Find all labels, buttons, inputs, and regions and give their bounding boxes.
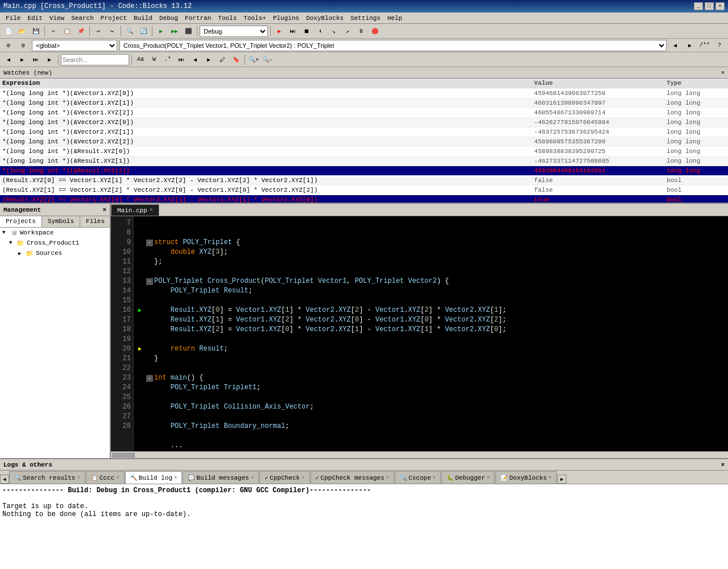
- run-button[interactable]: ▶▶: [168, 25, 181, 38]
- cut-button[interactable]: ✂: [47, 25, 60, 38]
- tab-files[interactable]: Files: [80, 216, 111, 227]
- log-tab-close-button[interactable]: ×: [548, 475, 551, 481]
- build-button[interactable]: ▶: [155, 25, 167, 38]
- maximize-button[interactable]: □: [705, 2, 714, 10]
- project-icon: 📁: [16, 239, 25, 247]
- build-target-select[interactable]: Debug Release: [200, 26, 268, 37]
- menu-item-debug[interactable]: Debug: [156, 14, 181, 22]
- nav-highlight[interactable]: 🖊: [216, 53, 229, 66]
- minimize-button[interactable]: _: [694, 2, 703, 10]
- logs-next-button[interactable]: ▶: [557, 475, 566, 484]
- log-tab-debugger[interactable]: 🐛Debugger×: [441, 471, 495, 484]
- logs-close-button[interactable]: ×: [721, 461, 725, 468]
- log-tab-close-button[interactable]: ×: [386, 475, 389, 481]
- menu-item-fortran[interactable]: Fortran: [181, 14, 214, 22]
- tree-item-project[interactable]: ▼ 📁 Cross_Product1: [0, 238, 110, 248]
- nav-prev-result[interactable]: ◀: [189, 53, 201, 66]
- find-button[interactable]: 🔍: [123, 25, 136, 38]
- editor-tab-main-cpp[interactable]: Main.cpp ×: [111, 204, 159, 216]
- log-tab-close-button[interactable]: ×: [251, 475, 254, 481]
- close-button[interactable]: ×: [715, 2, 725, 10]
- scope-select[interactable]: <global>: [32, 40, 117, 51]
- nav-regex[interactable]: .*: [162, 53, 174, 66]
- debug-step-over-button[interactable]: ⬇: [314, 25, 326, 38]
- nav-match-case[interactable]: Aa: [134, 53, 147, 66]
- nav-next-result[interactable]: ▶: [202, 53, 215, 66]
- tree-item-workspace[interactable]: ▼ 🖥 Workspace: [0, 228, 110, 238]
- menu-item-search[interactable]: Search: [68, 14, 97, 22]
- debug-stop-button[interactable]: ⏹: [300, 25, 313, 38]
- log-tab-close-button[interactable]: ×: [487, 475, 490, 481]
- debug-step-out-button[interactable]: ↗: [341, 25, 354, 38]
- log-tab-cccc[interactable]: 📋Cccc×: [86, 471, 125, 484]
- open-button[interactable]: 📂: [16, 25, 28, 38]
- debug-continue-button[interactable]: ⏭: [287, 25, 299, 38]
- nav-zoom-out[interactable]: 🔍-: [261, 53, 274, 66]
- log-tab-build-messages[interactable]: 💬Build messages×: [183, 471, 259, 484]
- menu-item-tools[interactable]: Tools: [214, 14, 240, 22]
- menu-item-file[interactable]: File: [2, 14, 24, 22]
- editor-tab-close[interactable]: ×: [150, 207, 153, 213]
- sidebar-close-button[interactable]: ×: [102, 207, 106, 213]
- code-editor[interactable]: 7891011121314151617181920212223242526272…: [111, 216, 728, 451]
- nav-search-input[interactable]: [61, 54, 129, 65]
- log-tab-build-log[interactable]: 🔨Build log×: [125, 471, 183, 484]
- function-select[interactable]: Cross_Product(POLY_Triplet Vector1, POLY…: [119, 40, 667, 51]
- log-tab-close-button[interactable]: ×: [77, 475, 80, 481]
- nav-jump-button[interactable]: ⏭: [30, 53, 42, 66]
- titlebar-controls[interactable]: _ □ ×: [694, 2, 725, 10]
- new-button[interactable]: 📄: [2, 25, 15, 38]
- replace-button[interactable]: 🔄: [137, 25, 150, 38]
- nav-run-button[interactable]: ▶: [43, 53, 56, 66]
- log-tab-search-results[interactable]: 🔍Search results×: [9, 471, 85, 484]
- code-lines[interactable]: −struct POLY_Triplet { double XYZ[3];}; …: [134, 216, 728, 451]
- nav-next-button[interactable]: ▶: [684, 39, 696, 52]
- menu-item-plugins[interactable]: Plugins: [270, 14, 303, 22]
- nav-forward-button[interactable]: ▶: [16, 53, 28, 66]
- menu-item-edit[interactable]: Edit: [24, 14, 46, 22]
- log-tab-cppcheck[interactable]: ✓CppCheck×: [259, 471, 309, 484]
- menu-item-project[interactable]: Project: [97, 14, 130, 22]
- nav-zoom-in[interactable]: 🔍+: [247, 53, 260, 66]
- nav-whole-word[interactable]: W: [148, 53, 160, 66]
- menu-item-doxyblocks[interactable]: DoxyBlocks: [303, 14, 347, 22]
- redo-button[interactable]: ↪: [106, 25, 118, 38]
- save-button[interactable]: 💾: [30, 25, 42, 38]
- menu-item-tools+[interactable]: Tools+: [240, 14, 270, 22]
- tree-item-sources[interactable]: ▶ 📁 Sources: [0, 248, 110, 258]
- log-tab-close-button[interactable]: ×: [116, 475, 119, 481]
- debug-pause-button[interactable]: ⏸: [355, 25, 367, 38]
- menu-item-view[interactable]: View: [46, 14, 68, 22]
- undo-button[interactable]: ↩: [92, 25, 105, 38]
- tab-symbols[interactable]: Symbols: [42, 216, 80, 227]
- comment-button[interactable]: /**: [698, 39, 711, 52]
- log-tab-cscope[interactable]: 🔍Cscope×: [395, 471, 441, 484]
- log-tab-close-button[interactable]: ×: [433, 475, 436, 481]
- debug-step-in-button[interactable]: ↘: [328, 25, 340, 38]
- stop-button[interactable]: ⬛: [182, 25, 195, 38]
- log-tab-cppcheck-messages[interactable]: ✓CppCheck messages×: [311, 471, 395, 484]
- watches-close-button[interactable]: ×: [721, 69, 725, 76]
- logs-prev-button[interactable]: ◀: [0, 475, 9, 484]
- paste-button[interactable]: 📌: [75, 25, 87, 38]
- log-tab-doxyblocks[interactable]: 📝DoxyBlocks×: [495, 471, 556, 484]
- nav-bookmark[interactable]: 🔖: [230, 53, 242, 66]
- log-tab-close-button[interactable]: ×: [301, 475, 304, 481]
- tab-projects[interactable]: Projects: [0, 216, 42, 227]
- menu-item-build[interactable]: Build: [130, 14, 156, 22]
- scrollbar-thumb[interactable]: [112, 453, 135, 457]
- log-tab-close-button[interactable]: ×: [174, 475, 177, 481]
- nav-prev-button[interactable]: ◀: [669, 39, 681, 52]
- nav-back-button[interactable]: ◀: [2, 53, 15, 66]
- menu-item-settings[interactable]: Settings: [347, 14, 384, 22]
- debug-breakpoint-button[interactable]: 🔴: [369, 25, 381, 38]
- copy-button[interactable]: 📋: [61, 25, 73, 38]
- collapse-button[interactable]: −: [146, 278, 153, 285]
- collapse-button[interactable]: −: [146, 375, 153, 382]
- nav-search-btn[interactable]: ⏭: [175, 53, 188, 66]
- horizontal-scrollbar[interactable]: [111, 451, 728, 458]
- collapse-button[interactable]: −: [146, 240, 153, 246]
- menu-item-help[interactable]: Help: [384, 14, 406, 22]
- doxy-button[interactable]: ?: [713, 39, 726, 52]
- debug-start-button[interactable]: ▶: [273, 25, 286, 38]
